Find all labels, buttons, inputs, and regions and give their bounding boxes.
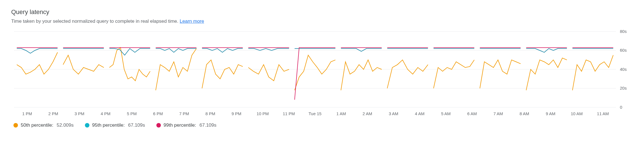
svg-text:5 PM: 5 PM — [127, 111, 137, 116]
svg-text:7 AM: 7 AM — [494, 111, 503, 116]
legend-p99-label: 99th percentile: — [164, 122, 196, 128]
legend-p50-label: 50th percentile: — [21, 122, 53, 128]
svg-text:0: 0 — [620, 105, 622, 110]
svg-text:1 PM: 1 PM — [22, 111, 32, 116]
svg-text:3 AM: 3 AM — [389, 111, 398, 116]
legend-dot-p50 — [13, 123, 18, 128]
svg-text:4 PM: 4 PM — [101, 111, 110, 116]
legend-p95[interactable]: 95th percentile: 67.109s — [85, 122, 145, 128]
legend: 50th percentile: 52.009s 95th percentile… — [11, 119, 633, 128]
svg-text:4 AM: 4 AM — [415, 111, 425, 116]
chart-header: Query latency Time taken by your selecte… — [11, 8, 633, 24]
svg-text:5 AM: 5 AM — [441, 111, 451, 116]
svg-text:60s: 60s — [620, 48, 627, 53]
svg-text:20s: 20s — [620, 86, 627, 90]
svg-text:11 PM: 11 PM — [283, 111, 295, 116]
svg-text:2 PM: 2 PM — [48, 111, 58, 116]
svg-text:8 PM: 8 PM — [205, 111, 215, 116]
subtitle-text: Time taken by your selected normalized q… — [11, 19, 180, 24]
svg-text:1 AM: 1 AM — [336, 111, 346, 116]
legend-p99[interactable]: 99th percentile: 67.109s — [156, 122, 217, 128]
legend-dot-p99 — [156, 123, 161, 128]
legend-p99-value: 67.109s — [200, 122, 217, 128]
learn-more-link[interactable]: Learn more — [180, 19, 204, 24]
svg-text:Tue 15: Tue 15 — [309, 111, 321, 116]
legend-p50-value: 52.009s — [57, 122, 74, 128]
svg-text:8 AM: 8 AM — [520, 111, 529, 116]
svg-text:10 PM: 10 PM — [257, 111, 269, 116]
svg-text:9 AM: 9 AM — [546, 111, 555, 116]
chart-title: Query latency — [11, 8, 633, 16]
svg-text:80s: 80s — [620, 29, 627, 34]
svg-text:11 AM: 11 AM — [597, 111, 609, 116]
query-latency-chart: 020s40s60s80s1 PM2 PM3 PM4 PM5 PM6 PM7 P… — [11, 29, 633, 119]
svg-text:6 AM: 6 AM — [467, 111, 477, 116]
svg-text:6 PM: 6 PM — [153, 111, 163, 116]
svg-text:3 PM: 3 PM — [75, 111, 84, 116]
svg-text:9 PM: 9 PM — [231, 111, 241, 116]
svg-text:2 AM: 2 AM — [363, 111, 372, 116]
chart-subtitle: Time taken by your selected normalized q… — [11, 19, 633, 24]
legend-p95-value: 67.109s — [128, 122, 145, 128]
chart-area[interactable]: 020s40s60s80s1 PM2 PM3 PM4 PM5 PM6 PM7 P… — [11, 29, 633, 119]
svg-text:10 AM: 10 AM — [571, 111, 583, 116]
legend-dot-p95 — [85, 123, 89, 128]
legend-p50[interactable]: 50th percentile: 52.009s — [13, 122, 74, 128]
svg-text:40s: 40s — [620, 67, 627, 72]
svg-text:7 PM: 7 PM — [179, 111, 189, 116]
legend-p95-label: 95th percentile: — [92, 122, 125, 128]
